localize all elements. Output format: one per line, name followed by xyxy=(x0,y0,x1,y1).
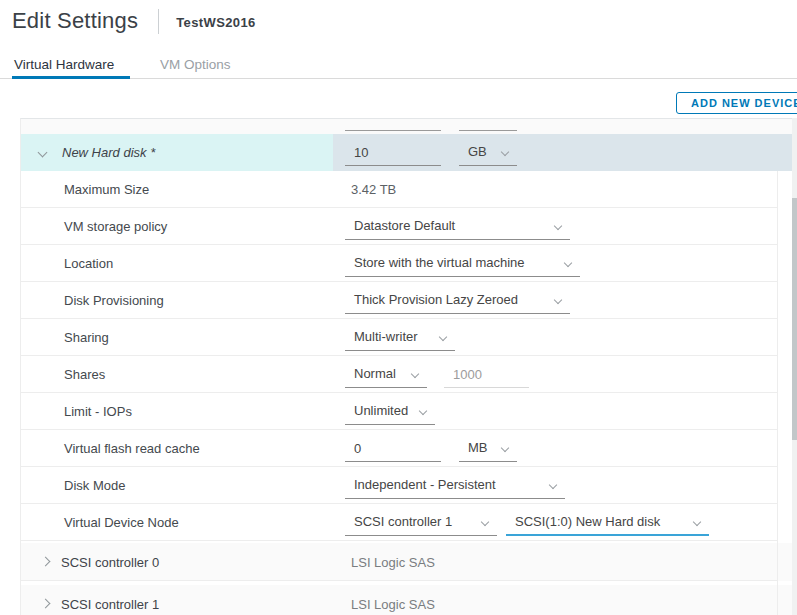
disk-mode-label: Disk Mode xyxy=(64,478,125,493)
partial-dropdown-underline xyxy=(459,130,517,131)
row-disk-provisioning: Disk Provisioning Thick Provision Lazy Z… xyxy=(21,282,792,319)
chevron-down-icon xyxy=(501,444,509,452)
location-value: Store with the virtual machine xyxy=(354,255,525,270)
controller-dropdown[interactable]: SCSI controller 1 xyxy=(345,509,497,536)
sharing-value: Multi-writer xyxy=(354,329,418,344)
row-shares: Shares Normal xyxy=(21,356,792,393)
sharing-dropdown[interactable]: Multi-writer xyxy=(345,324,455,351)
controller-value: SCSI controller 1 xyxy=(354,514,452,529)
maximum-size-label: Maximum Size xyxy=(64,182,149,197)
add-new-device-button[interactable]: ADD NEW DEVICE xyxy=(676,92,797,114)
row-maximum-size: Maximum Size 3.42 TB xyxy=(21,171,792,208)
flash-read-cache-unit-dropdown[interactable]: MB xyxy=(459,435,517,462)
chevron-right-icon[interactable] xyxy=(41,557,51,567)
disk-provisioning-dropdown[interactable]: Thick Provision Lazy Zeroed xyxy=(345,287,570,314)
flash-read-cache-label: Virtual flash read cache xyxy=(64,441,200,456)
active-tab-underline xyxy=(12,76,130,79)
scrollbar-track[interactable] xyxy=(792,118,797,615)
chevron-down-icon xyxy=(693,518,701,526)
chevron-down-icon xyxy=(554,222,562,230)
disk-provisioning-value: Thick Provision Lazy Zeroed xyxy=(354,292,518,307)
flash-read-cache-unit: MB xyxy=(468,440,488,455)
vm-storage-policy-dropdown[interactable]: Datastore Default xyxy=(345,213,570,240)
sharing-label: Sharing xyxy=(64,330,109,345)
vm-name: TestWS2016 xyxy=(176,15,256,30)
chevron-down-icon xyxy=(481,518,489,526)
page-title: Edit Settings xyxy=(12,8,138,34)
tab-bar: Virtual Hardware VM Options xyxy=(0,48,797,79)
row-scsi-controller-1[interactable]: SCSI controller 1 LSI Logic SAS xyxy=(21,585,792,615)
chevron-down-icon[interactable] xyxy=(38,148,48,158)
partial-input-underline xyxy=(345,130,441,131)
flash-read-cache-input[interactable] xyxy=(345,435,441,462)
disk-mode-value: Independent - Persistent xyxy=(354,477,496,492)
row-flash-read-cache: Virtual flash read cache MB xyxy=(21,430,792,467)
vm-storage-policy-label: VM storage policy xyxy=(64,219,167,234)
partial-row-above xyxy=(21,119,792,134)
shares-value: Normal xyxy=(354,366,396,381)
disk-size-unit-dropdown[interactable]: GB xyxy=(459,139,517,166)
row-vm-storage-policy: VM storage policy Datastore Default xyxy=(21,208,792,245)
chevron-right-icon[interactable] xyxy=(41,599,51,609)
shares-label: Shares xyxy=(64,367,105,382)
chevron-down-icon xyxy=(554,296,562,304)
chevron-down-icon xyxy=(564,259,572,267)
disk-size-input[interactable] xyxy=(345,139,441,166)
chevron-down-icon xyxy=(549,481,557,489)
row-limit-iops: Limit - IOPs Unlimited xyxy=(21,393,792,430)
disk-provisioning-label: Disk Provisioning xyxy=(64,293,164,308)
disk-mode-dropdown[interactable]: Independent - Persistent xyxy=(345,472,565,499)
device-table: New Hard disk * GB Maximum Size 3.42 TB … xyxy=(20,118,792,615)
scsi-controller-1-value: LSI Logic SAS xyxy=(351,597,435,612)
row-scsi-controller-0[interactable]: SCSI controller 0 LSI Logic SAS xyxy=(21,543,792,581)
chevron-down-icon xyxy=(501,148,509,156)
chevron-down-icon xyxy=(419,407,427,415)
scsi-controller-0-value: LSI Logic SAS xyxy=(351,555,435,570)
shares-count-input[interactable] xyxy=(444,361,529,388)
title-divider xyxy=(158,9,159,34)
row-separator xyxy=(21,580,777,581)
disk-size-unit-value: GB xyxy=(468,144,487,159)
row-virtual-device-node: Virtual Device Node SCSI controller 1 SC… xyxy=(21,504,792,541)
edit-settings-dialog: Edit Settings TestWS2016 Virtual Hardwar… xyxy=(0,0,797,615)
row-new-hard-disk[interactable]: New Hard disk * GB xyxy=(21,134,792,171)
scrollbar-thumb[interactable] xyxy=(792,198,797,440)
limit-iops-value: Unlimited xyxy=(354,403,408,418)
table-right-border xyxy=(777,171,778,615)
scsi-controller-0-label: SCSI controller 0 xyxy=(61,555,159,570)
location-label: Location xyxy=(64,256,113,271)
new-hard-disk-label-cell: New Hard disk * xyxy=(21,134,333,171)
row-disk-mode: Disk Mode Independent - Persistent xyxy=(21,467,792,504)
maximum-size-value: 3.42 TB xyxy=(351,182,396,197)
location-dropdown[interactable]: Store with the virtual machine xyxy=(345,250,580,277)
virtual-device-node-label: Virtual Device Node xyxy=(64,515,179,530)
row-separator xyxy=(21,540,777,541)
chevron-down-icon xyxy=(439,333,447,341)
tab-virtual-hardware[interactable]: Virtual Hardware xyxy=(14,57,114,72)
dialog-header: Edit Settings TestWS2016 xyxy=(12,8,256,34)
new-hard-disk-label: New Hard disk * xyxy=(62,145,155,160)
row-location: Location Store with the virtual machine xyxy=(21,245,792,282)
device-node-value: SCSI(1:0) New Hard disk xyxy=(515,514,660,529)
shares-dropdown[interactable]: Normal xyxy=(345,361,427,388)
scsi-controller-1-label: SCSI controller 1 xyxy=(61,597,159,612)
tab-vm-options[interactable]: VM Options xyxy=(160,57,231,72)
vm-storage-policy-value: Datastore Default xyxy=(354,218,455,233)
chevron-down-icon xyxy=(411,370,419,378)
limit-iops-dropdown[interactable]: Unlimited xyxy=(345,398,435,425)
device-node-dropdown[interactable]: SCSI(1:0) New Hard disk xyxy=(506,509,709,536)
limit-iops-label: Limit - IOPs xyxy=(64,404,132,419)
row-sharing: Sharing Multi-writer xyxy=(21,319,792,356)
